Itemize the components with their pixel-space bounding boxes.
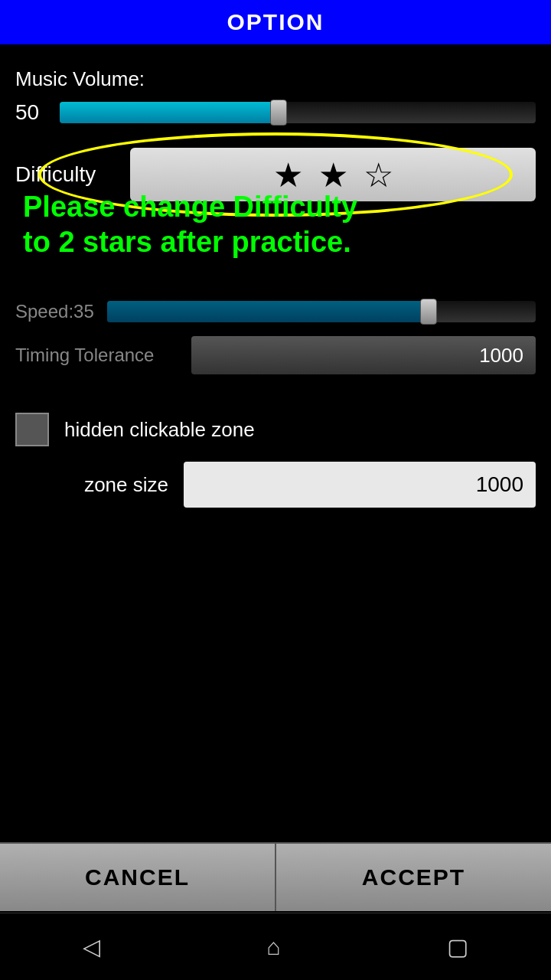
bottom-buttons: CANCEL ACCEPT bbox=[0, 842, 551, 911]
timing-label: Timing Tolerance bbox=[15, 345, 184, 366]
timing-value: 1000 bbox=[479, 344, 523, 368]
star-1[interactable]: ★ bbox=[273, 155, 303, 194]
volume-slider-fill bbox=[60, 102, 279, 123]
music-volume-label: Music Volume: bbox=[15, 67, 536, 91]
difficulty-section: Difficulty ★ ★ ☆ Please change Difficult… bbox=[15, 148, 536, 201]
timing-value-box[interactable]: 1000 bbox=[191, 336, 536, 374]
speed-slider-thumb[interactable] bbox=[420, 299, 437, 325]
hidden-zone-row: hidden clickable zone bbox=[15, 413, 536, 446]
home-icon[interactable] bbox=[266, 934, 280, 960]
speed-slider[interactable] bbox=[107, 301, 536, 322]
zone-size-input[interactable]: 1000 bbox=[184, 462, 536, 508]
cancel-button[interactable]: CANCEL bbox=[0, 844, 276, 911]
hidden-zone-label: hidden clickable zone bbox=[64, 418, 255, 442]
difficulty-label: Difficulty bbox=[15, 162, 122, 187]
hidden-zone-checkbox[interactable] bbox=[15, 413, 49, 446]
volume-slider-thumb[interactable] bbox=[270, 100, 287, 126]
back-icon[interactable] bbox=[83, 933, 100, 960]
star-2[interactable]: ★ bbox=[318, 155, 348, 194]
volume-slider[interactable] bbox=[60, 102, 536, 123]
star-3[interactable]: ☆ bbox=[364, 155, 393, 194]
recents-icon[interactable] bbox=[447, 933, 468, 960]
main-content: Music Volume: 50 Difficulty ★ ★ ☆ Please… bbox=[0, 44, 551, 508]
zone-size-value: 1000 bbox=[476, 472, 523, 497]
speed-row: Speed:35 bbox=[15, 301, 536, 322]
speed-label: Speed:35 bbox=[15, 301, 99, 322]
music-volume-row: 50 bbox=[15, 100, 536, 125]
timing-row: Timing Tolerance 1000 bbox=[15, 336, 536, 374]
nav-bar bbox=[0, 913, 551, 980]
zone-size-label: zone size bbox=[15, 473, 168, 497]
page-title: OPTION bbox=[227, 9, 324, 35]
accept-button[interactable]: ACCEPT bbox=[276, 844, 551, 911]
header: OPTION bbox=[0, 0, 551, 44]
volume-value: 50 bbox=[15, 100, 46, 125]
zone-size-row: zone size 1000 bbox=[15, 462, 536, 508]
speed-slider-fill bbox=[107, 301, 429, 322]
difficulty-warning: Please change Difficultyto 2 stars after… bbox=[15, 190, 536, 260]
